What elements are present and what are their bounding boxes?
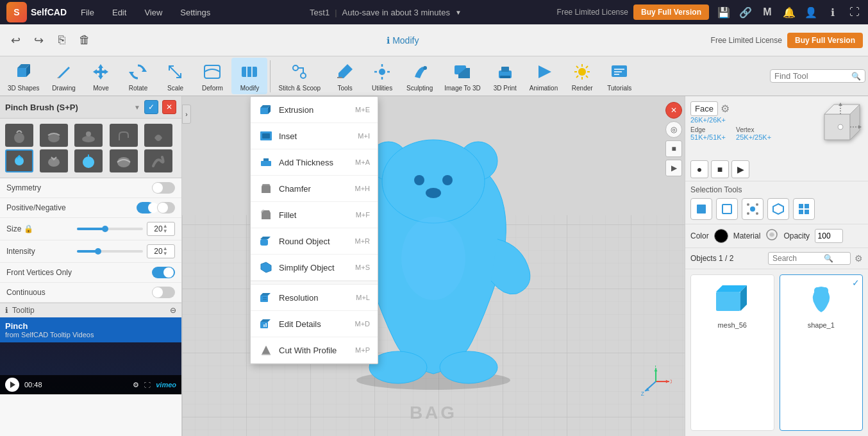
opacity-input[interactable]	[815, 229, 843, 243]
view-mode-icon-1[interactable]: ●	[690, 160, 708, 178]
symmetry-toggle[interactable]	[152, 182, 175, 194]
tool-deform[interactable]: Deform	[194, 58, 230, 94]
select-edge-button[interactable]	[716, 198, 738, 220]
intensity-slider[interactable]	[77, 250, 144, 253]
continuous-toggle[interactable]	[152, 287, 175, 298]
tool-sculpting[interactable]: Sculpting	[401, 58, 438, 94]
close-viewport-button[interactable]: ✕	[665, 102, 682, 119]
dropdown-simplify-object[interactable]: Simplify Object M+S	[251, 255, 378, 281]
dropdown-resolution[interactable]: Resolution M+L	[251, 285, 378, 311]
brush-snake[interactable]	[144, 149, 172, 172]
tool-3dprint[interactable]: 3D Print	[487, 58, 523, 94]
tool-stitch[interactable]: Stitch & Scoop	[273, 58, 326, 94]
menu-view[interactable]: View	[140, 6, 166, 19]
tool-tutorials[interactable]: Tutorials	[601, 58, 637, 94]
tool-image-to-3d[interactable]: Image To 3D	[439, 58, 486, 94]
menu-edit[interactable]: Edit	[108, 6, 130, 19]
tool-tools[interactable]: Tools	[327, 58, 363, 94]
user-icon[interactable]: 👤	[804, 5, 818, 19]
objects-search-icon[interactable]: 🔍	[824, 254, 833, 263]
m-icon[interactable]: M	[760, 5, 774, 19]
objects-settings-icon[interactable]: ⚙	[855, 253, 863, 264]
size-down-arrow[interactable]: ▼	[163, 229, 168, 234]
color-swatch[interactable]	[714, 229, 728, 243]
viewport-square-btn1[interactable]: ■	[665, 140, 682, 157]
select-all-button[interactable]	[793, 198, 815, 220]
brush-cancel-button[interactable]: ✕	[162, 100, 176, 114]
redo-button[interactable]: ↪	[28, 30, 49, 51]
material-button[interactable]	[765, 228, 778, 244]
size-slider[interactable]	[77, 228, 144, 230]
size-input[interactable]: 20 ▲ ▼	[147, 222, 175, 236]
video-settings-icon[interactable]: ⚙	[133, 381, 139, 389]
add-thickness-icon	[258, 155, 274, 170]
tool-animation[interactable]: Animation	[524, 58, 563, 94]
dropdown-fillet[interactable]: Fillet M+F	[251, 202, 378, 228]
tool-3dshapes[interactable]: 3D Shapes	[3, 58, 44, 94]
find-tool-input[interactable]	[774, 71, 851, 81]
autosave-arrow[interactable]: ▼	[455, 9, 462, 16]
view-cube[interactable]	[812, 101, 863, 153]
dropdown-edit-details[interactable]: Edit Details M+D	[251, 311, 378, 337]
logo-icon[interactable]: S	[6, 2, 27, 22]
tool-utilities[interactable]: Utilities	[364, 58, 400, 94]
brush-confirm-button[interactable]: ✓	[144, 100, 158, 114]
nav-expand-button[interactable]: ›	[182, 105, 191, 124]
brush-pinch[interactable]	[5, 124, 33, 147]
menu-settings[interactable]: Settings	[176, 6, 214, 19]
brush-grab[interactable]	[110, 124, 138, 147]
copy-button[interactable]: ⎘	[51, 30, 72, 51]
notification-icon[interactable]: 🔔	[782, 5, 796, 19]
positive-toggle[interactable]	[137, 202, 154, 214]
video-expand-icon[interactable]: ⛶	[144, 382, 151, 389]
video-play-button[interactable]	[5, 378, 19, 392]
select-object-button[interactable]	[767, 198, 789, 220]
brush-push[interactable]	[40, 149, 68, 172]
brush-twist[interactable]	[144, 124, 172, 147]
info-icon[interactable]: ℹ	[826, 5, 840, 19]
viewport-square-btn2[interactable]: ▶	[665, 160, 682, 176]
brush-smooth[interactable]	[40, 124, 68, 147]
buy-button2[interactable]: Buy Full Version	[787, 33, 863, 48]
brush-inflate[interactable]	[74, 149, 103, 172]
tool-render[interactable]: Render	[564, 58, 600, 94]
dropdown-inset[interactable]: Inset M+I	[251, 123, 378, 149]
tool-rotate[interactable]: Rotate	[120, 58, 156, 94]
object-card-shape1[interactable]: ✓ shape_1	[780, 274, 864, 431]
object-card-mesh56[interactable]: mesh_56	[690, 274, 774, 431]
brush-pinch2[interactable]	[5, 149, 33, 172]
brush-flatten[interactable]	[74, 124, 103, 147]
intensity-down-arrow[interactable]: ▼	[163, 251, 168, 256]
menu-file[interactable]: File	[77, 6, 98, 19]
size-lock-icon[interactable]: 🔒	[24, 224, 33, 233]
select-vertex-button[interactable]	[742, 198, 764, 220]
undo-button[interactable]: ↩	[5, 30, 26, 51]
tool-drawing[interactable]: Drawing	[46, 58, 81, 94]
brush-dropdown-arrow[interactable]: ▼	[134, 104, 140, 111]
tool-modify[interactable]: Modify	[231, 58, 267, 94]
dropdown-round-object[interactable]: Round Object M+R	[251, 228, 378, 255]
view-mode-icon-3[interactable]: ▶	[731, 160, 749, 178]
dropdown-cut-with-profile[interactable]: Cut With Profile M+P	[251, 337, 378, 364]
front-vertices-toggle[interactable]	[152, 267, 175, 278]
fullscreen-icon[interactable]: ⛶	[847, 5, 862, 19]
delete-button[interactable]: 🗑	[74, 30, 95, 51]
save-icon[interactable]: 💾	[717, 5, 731, 19]
dropdown-extrusion[interactable]: Extrusion M+E	[251, 97, 378, 123]
face-mode-dropdown[interactable]: Face	[690, 101, 718, 116]
share-icon[interactable]: 🔗	[739, 5, 753, 19]
intensity-input[interactable]: 20 ▲ ▼	[147, 244, 175, 258]
objects-search-input[interactable]	[772, 254, 824, 263]
dropdown-add-thickness[interactable]: Add Thickness M+A	[251, 149, 378, 176]
brush-crease[interactable]	[110, 149, 138, 172]
tool-scale[interactable]: Scale	[157, 58, 193, 94]
view-settings-icon[interactable]: ⚙	[721, 103, 730, 115]
select-face-button[interactable]	[690, 198, 712, 220]
tooltip-collapse-button[interactable]: ⊖	[170, 306, 176, 315]
view-mode-icon-2[interactable]: ■	[711, 160, 729, 178]
buy-button[interactable]: Buy Full Version	[633, 4, 709, 20]
target-icon[interactable]: ◎	[665, 121, 682, 138]
negative-toggle[interactable]	[157, 202, 175, 214]
dropdown-chamfer[interactable]: Chamfer M+H	[251, 176, 378, 202]
tool-move[interactable]: Move	[83, 58, 119, 94]
